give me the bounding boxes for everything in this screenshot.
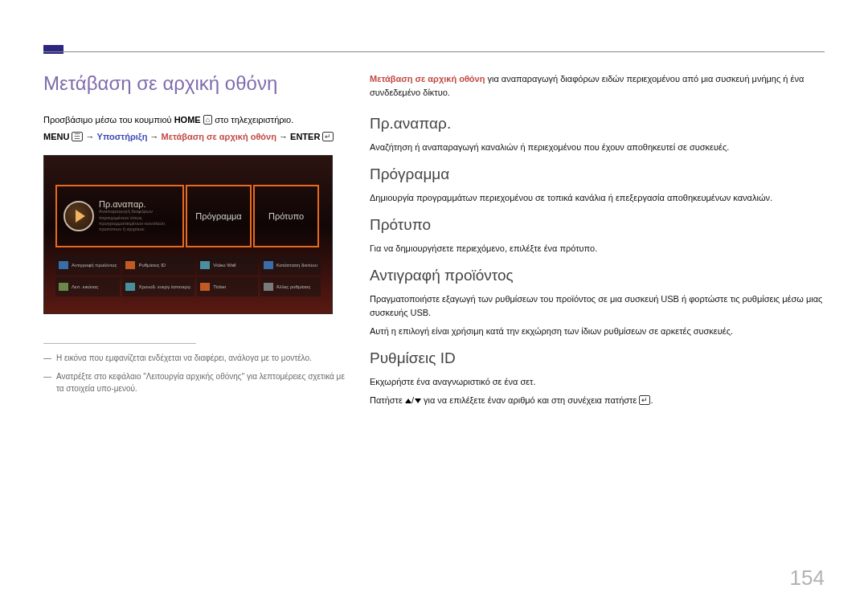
arrow-3: → xyxy=(279,132,288,141)
access-line: Προσβάσιμο μέσω του κουμπιού HOME ⌂ στο … xyxy=(43,114,349,126)
menu-path: MENU ☰ → Υποστήριξη → Μετάβαση σε αρχική… xyxy=(43,131,349,143)
section-heading-idsettings: Ρυθμίσεις ID xyxy=(370,349,825,367)
ss-chip-grid: Αντιγραφή προϊόντος Ρυθμίσεις ID Video W… xyxy=(55,255,321,296)
chip-label: Άλλες ρυθμίσεις xyxy=(276,284,311,289)
intro-paragraph: Μετάβαση σε αρχική οθόνη για αναπαραγωγή… xyxy=(370,72,825,99)
note-divider xyxy=(43,343,196,344)
chip-icon xyxy=(59,283,68,291)
enter-label: ENTER xyxy=(290,132,320,141)
content-columns: Μετάβαση σε αρχική οθόνη Προσβάσιμο μέσω… xyxy=(43,72,825,412)
section-press-line: Πατήστε / για να επιλέξετε έναν αριθμό κ… xyxy=(370,394,825,407)
ss-chip: Video Wall xyxy=(197,255,257,275)
ss-chip: Ρυθμίσεις ID xyxy=(122,255,194,275)
chip-icon xyxy=(125,283,135,291)
menu-icon: ☰ xyxy=(72,132,83,141)
section-body: Αυτή η επιλογή είναι χρήσιμη κατά την εκ… xyxy=(370,325,825,338)
chip-label: Κατάσταση δικτύου xyxy=(276,263,317,268)
chip-icon xyxy=(264,261,273,269)
ss-card-program: Πρόγραμμα xyxy=(186,185,252,247)
note-1: Η εικόνα που εμφανίζεται ενδέχεται να δι… xyxy=(43,352,349,364)
section-heading-template: Πρότυπο xyxy=(370,216,825,234)
page-title: Μετάβαση σε αρχική οθόνη xyxy=(43,72,349,95)
ss-chip: Άλλες ρυθμίσεις xyxy=(260,277,321,296)
ui-screenshot: Πρ.αναπαρ. Αναπαραγωγή διαφόρων περιεχομ… xyxy=(43,155,333,314)
ss-card-template-label: Πρότυπο xyxy=(268,211,304,221)
ss-play-title: Πρ.αναπαρ. xyxy=(99,199,166,209)
section-heading-program: Πρόγραμμα xyxy=(370,166,825,183)
chip-label: Ticker xyxy=(213,284,226,289)
ss-chip: Ticker xyxy=(197,277,257,296)
chip-label: Video Wall xyxy=(213,263,235,268)
ss-sub-3: προγραμματισμένων καναλιών, xyxy=(99,221,166,227)
triangle-down-icon xyxy=(415,398,421,403)
enter-icon: ↵ xyxy=(322,132,334,141)
ss-chip: Λειτ. εικόνας xyxy=(55,277,120,296)
press-b: για να επιλέξετε έναν αριθμό και στη συν… xyxy=(424,395,639,405)
path-support: Υποστήριξη xyxy=(97,132,148,141)
home-label: HOME xyxy=(174,115,201,125)
section-body: Δημιουργία προγραμμάτων περιεχομένου σε … xyxy=(370,191,825,205)
ss-chip: Αντιγραφή προϊόντος xyxy=(55,255,120,275)
chip-label: Χρονοδ. ενεργ./απενεργ. xyxy=(138,284,191,289)
path-goto: Μετάβαση σε αρχική οθόνη xyxy=(162,132,276,141)
header-rule xyxy=(43,51,825,52)
press-a: Πατήστε xyxy=(370,395,405,405)
chip-label: Αντιγραφή προϊόντος xyxy=(72,263,117,268)
enter-icon: ↵ xyxy=(639,395,650,405)
chip-icon xyxy=(200,283,210,291)
header-accent xyxy=(43,45,63,54)
ss-card-program-label: Πρόγραμμα xyxy=(195,211,241,221)
ss-card-play: Πρ.αναπαρ. Αναπαραγωγή διαφόρων περιεχομ… xyxy=(55,185,184,247)
press-c: . xyxy=(650,395,653,405)
chip-label: Λειτ. εικόνας xyxy=(72,284,98,289)
left-column: Μετάβαση σε αρχική οθόνη Προσβάσιμο μέσω… xyxy=(43,72,349,412)
chip-label: Ρυθμίσεις ID xyxy=(138,263,166,268)
access-text-b: στο τηλεχειριστήριο. xyxy=(215,115,293,125)
chip-icon xyxy=(200,261,210,269)
chip-icon xyxy=(264,283,273,291)
ss-card-play-text: Πρ.αναπαρ. Αναπαραγωγή διαφόρων περιεχομ… xyxy=(99,199,166,232)
play-icon xyxy=(63,201,94,231)
section-body: Για να δημιουργήσετε περιεχόμενο, επιλέξ… xyxy=(370,242,825,255)
page-number: 154 xyxy=(790,566,825,591)
ss-card-template: Πρότυπο xyxy=(253,185,319,247)
arrow-1: → xyxy=(86,132,95,141)
triangle-up-icon xyxy=(405,398,411,403)
section-body: Εκχωρήστε ένα αναγνωριστικό σε ένα σετ. xyxy=(370,375,825,389)
menu-label: MENU xyxy=(43,132,69,141)
arrow-2: → xyxy=(149,132,158,141)
section-body: Αναζήτηση ή αναπαραγωγή καναλιών ή περιε… xyxy=(370,141,825,154)
access-text-a: Προσβάσιμο μέσω του κουμπιού xyxy=(43,115,174,125)
ss-chip: Κατάσταση δικτύου xyxy=(260,255,321,275)
ss-chip: Χρονοδ. ενεργ./απενεργ. xyxy=(122,277,194,296)
chip-icon xyxy=(59,261,68,269)
ss-sub-2: περιεχομένων όπως xyxy=(99,215,166,221)
chip-icon xyxy=(125,261,135,269)
section-body: Πραγματοποιήστε εξαγωγή των ρυθμίσεων το… xyxy=(370,292,825,320)
ss-row-1: Πρ.αναπαρ. Αναπαραγωγή διαφόρων περιεχομ… xyxy=(55,185,321,247)
ss-sub-1: Αναπαραγωγή διαφόρων xyxy=(99,209,166,215)
home-icon: ⌂ xyxy=(203,115,212,125)
section-heading-play: Πρ.αναπαρ. xyxy=(370,115,825,133)
section-heading-copy: Αντιγραφή προϊόντος xyxy=(370,267,825,284)
intro-red: Μετάβαση σε αρχική οθόνη xyxy=(370,74,485,84)
ss-sub-4: προτύπων ή αρχείων. xyxy=(99,227,166,232)
note-2: Ανατρέξτε στο κεφάλαιο "Λειτουργία αρχικ… xyxy=(43,370,349,394)
right-column: Μετάβαση σε αρχική οθόνη για αναπαραγωγή… xyxy=(370,72,825,412)
